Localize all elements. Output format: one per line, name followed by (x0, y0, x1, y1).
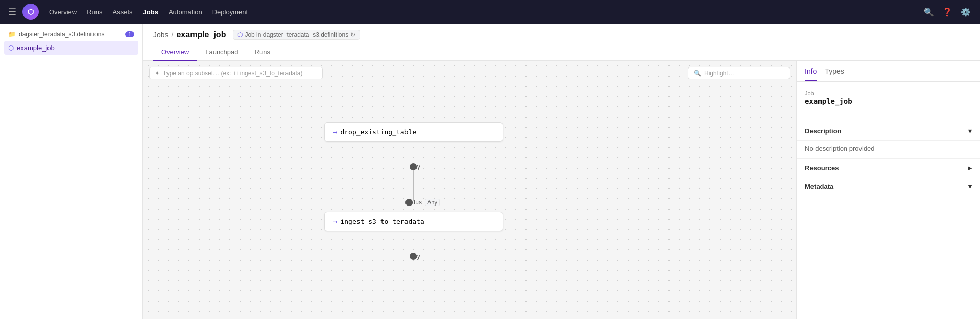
nav-icons: 🔍 ❓ ⚙️ (921, 4, 974, 20)
nav-overview[interactable]: Overview (45, 6, 81, 18)
status-any-badge: Any (425, 199, 440, 206)
sidebar-active-label: example_job (17, 44, 55, 52)
job-meta-badge: ⬡ Job in dagster_teradata_s3.definitions… (233, 30, 360, 40)
subset-placeholder: Type an op subset… (ex: ++ingest_s3_to_t… (163, 70, 303, 77)
tab-overview[interactable]: Overview (153, 44, 197, 61)
right-panel-content: Job example_job (797, 82, 980, 122)
node-op-icon-2: → (333, 217, 337, 225)
connector-dot-status (405, 199, 413, 206)
right-tab-info[interactable]: Info (805, 67, 817, 81)
connector-dot-2 (410, 253, 417, 260)
sidebar-group-header[interactable]: 📁 dagster_teradata_s3.definitions 1 (4, 28, 138, 41)
node-drop-existing-table[interactable]: → drop_existing_table (324, 122, 503, 142)
help-icon[interactable]: ❓ (939, 4, 955, 20)
sidebar-item-example-job[interactable]: ⬡ example_job (4, 41, 138, 55)
graph-area: ✦ Type an op subset… (ex: ++ingest_s3_to… (143, 61, 980, 319)
refresh-icon[interactable]: ↻ (350, 31, 355, 38)
canvas-toolbar: ✦ Type an op subset… (ex: ++ingest_s3_to… (149, 67, 790, 79)
tab-runs[interactable]: Runs (247, 44, 278, 61)
resources-chevron (968, 164, 972, 172)
nav-automation[interactable]: Automation (164, 6, 206, 18)
highlight-search-icon: 🔍 (694, 70, 701, 77)
nav-deployment[interactable]: Deployment (208, 6, 252, 18)
connector-any-1: Any (410, 163, 420, 170)
section-description[interactable]: Description (797, 122, 980, 140)
hamburger-menu[interactable]: ☰ (6, 4, 18, 19)
right-panel-tabs: Info Types (797, 61, 980, 82)
node-label-ingest: ingest_s3_to_teradata (340, 218, 424, 225)
metadata-chevron (968, 183, 972, 190)
breadcrumb: Jobs / example_job ⬡ Job in dagster_tera… (153, 30, 970, 40)
sidebar-group: 📁 dagster_teradata_s3.definitions 1 ⬡ ex… (0, 24, 142, 59)
subset-icon: ✦ (155, 70, 160, 77)
job-meta-text: Job in dagster_teradata_s3.definitions (245, 31, 348, 38)
breadcrumb-current: example_job (176, 30, 226, 39)
app-logo: ⬡ (22, 4, 39, 20)
description-text: No description provided (805, 145, 875, 152)
connector-status: status Any (405, 199, 440, 206)
right-panel: Info Types Job example_job Description N… (796, 61, 980, 319)
job-meta-icon: ⬡ (237, 31, 243, 38)
description-content: No description provided (797, 140, 980, 158)
content-area: Jobs / example_job ⬡ Job in dagster_tera… (143, 24, 980, 319)
job-name-value: example_job (805, 97, 972, 105)
tabs: Overview Launchpad Runs (153, 44, 970, 60)
nav-runs[interactable]: Runs (83, 6, 106, 18)
section-description-label: Description (805, 127, 842, 135)
section-metadata[interactable]: Metadata (797, 177, 980, 195)
top-nav: ☰ ⬡ Overview Runs Assets Jobs Automation… (0, 0, 980, 24)
subset-search-box[interactable]: ✦ Type an op subset… (ex: ++ingest_s3_to… (149, 67, 323, 79)
canvas-panel: ✦ Type an op subset… (ex: ++ingest_s3_to… (143, 61, 796, 319)
right-tab-types[interactable]: Types (825, 67, 844, 81)
highlight-search-box[interactable]: 🔍 Highlight… (688, 67, 790, 79)
sidebar: 📁 dagster_teradata_s3.definitions 1 ⬡ ex… (0, 24, 143, 319)
nav-links: Overview Runs Assets Jobs Automation Dep… (45, 6, 252, 18)
node-op-icon: → (333, 128, 337, 136)
connector-any-2: Any (410, 253, 420, 260)
highlight-placeholder: Highlight… (704, 70, 734, 77)
page-header: Jobs / example_job ⬡ Job in dagster_tera… (143, 24, 980, 61)
section-resources[interactable]: Resources (797, 158, 980, 177)
info-label: Job (805, 90, 972, 96)
breadcrumb-separator: / (172, 31, 174, 39)
search-icon[interactable]: 🔍 (921, 4, 937, 20)
description-chevron (968, 127, 972, 135)
tab-launchpad[interactable]: Launchpad (197, 44, 246, 61)
nav-jobs[interactable]: Jobs (139, 6, 162, 18)
nav-assets[interactable]: Assets (109, 6, 137, 18)
sidebar-badge: 1 (125, 31, 134, 37)
breadcrumb-jobs-link[interactable]: Jobs (153, 31, 169, 39)
connector-line-1 (413, 170, 414, 201)
node-label-drop: drop_existing_table (340, 128, 416, 136)
folder-icon: 📁 (8, 31, 16, 38)
graph-nodes: → drop_existing_table Any (143, 92, 796, 319)
node-ingest-s3-to-teradata[interactable]: → ingest_s3_to_teradata (324, 212, 503, 231)
connector-dot-1 (410, 163, 417, 170)
sidebar-group-label: dagster_teradata_s3.definitions (19, 31, 104, 38)
main-layout: 📁 dagster_teradata_s3.definitions 1 ⬡ ex… (0, 24, 980, 319)
section-resources-label: Resources (805, 164, 839, 172)
job-icon: ⬡ (8, 44, 14, 52)
section-metadata-label: Metadata (805, 183, 833, 190)
settings-icon[interactable]: ⚙️ (958, 4, 974, 20)
